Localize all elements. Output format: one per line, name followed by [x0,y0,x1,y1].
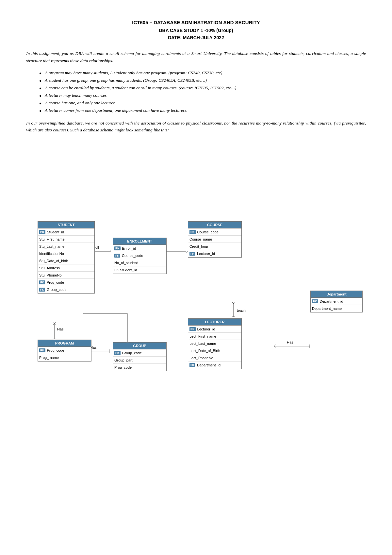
closing-paragraph: In our over-simplified database, we are … [26,120,366,134]
svg-line-28 [274,346,275,348]
student-row-2: Stu_First_name [38,236,94,243]
department-entity: Department PK Department_id Department_n… [310,291,363,312]
svg-line-2 [109,251,111,253]
pk-badge: PK [312,299,318,303]
enrollment-row-3: No_of_student [113,259,166,266]
course-entity: COURSE PK Course_code Course_name Credit… [188,221,242,258]
fk-badge: FK [189,252,195,256]
enrollment-header: ENROLLMENT [113,238,166,245]
student-row-1: PK Student_id [38,228,94,236]
er-diagram: enroll Has Has [26,143,366,372]
fk-badge: FK [39,288,45,292]
fk-badge: FK [39,280,45,284]
document-header: ICT605 – DATABASE ADMINSTRATION AND SECU… [26,20,366,40]
enrollment-entity: ENROLLMENT PK Enroll_id FK Course_code N… [113,238,167,274]
has-label1: Has [57,327,64,331]
svg-line-12 [55,323,56,325]
course-header: COURSE [188,222,241,228]
bullet-item: A course has one, and only one lecturer. [39,99,366,107]
student-row-9: FK Group_code [38,286,94,293]
student-entity: STUDENT PK Student_id Stu_First_name Stu… [38,221,95,294]
group-row-3: Prog_code [113,364,166,371]
lecturer-entity: LECTURER PK Lecturer_id Lect_First_name … [188,318,242,369]
course-row-2: Course_name [188,236,241,243]
pk-badge: PK [39,348,45,352]
lecturer-row-4: Lect_Date_of_Birth [188,347,241,354]
bullet-item: A course can be enrolled by students, a … [39,84,366,92]
course-row-3: Credit_hour [188,243,241,250]
program-header: PROGRAM [38,340,91,347]
program-row-1: PK Prog_code [38,347,91,354]
group-row-2: Group_part [113,357,166,364]
requirements-list: A program may have many students, A stud… [39,69,366,114]
svg-line-24 [234,302,235,304]
department-row-1: PK Department_id [311,298,362,305]
group-row-1: PK Group_code [113,349,166,357]
fk-badge: FK [189,363,195,367]
student-row-4: IdentificationNo [38,250,94,257]
svg-line-10 [55,322,56,323]
lecturer-row-5: Lect_PhoneNo [188,354,241,362]
group-entity: GROUP PK Group_code Group_part Prog_code [113,342,167,371]
bullet-item: A lecturer comes from one department, on… [39,107,366,114]
pk-badge: PK [39,230,45,234]
teach-label: teach [237,309,246,312]
bullet-item: A lecturer may teach many courses [39,92,366,99]
course-row-1: PK Course_code [188,228,241,236]
lecturer-row-3: Lect_Last_name [188,340,241,347]
svg-line-27 [274,345,275,346]
pk-badge: PK [189,327,196,331]
svg-line-23 [232,302,234,304]
course-row-4: FK Lecturer_id [188,250,241,257]
bullet-item: A student has one group, one group has m… [39,77,366,84]
program-entity: PROGRAM PK Prog_code Prog_ name [38,340,91,362]
svg-line-1 [109,250,111,251]
pk-badge: PK [114,246,121,250]
pk-badge: PK [114,351,121,355]
student-row-3: Stu_Last_name [38,243,94,250]
title-line1: ICT605 – DATABASE ADMINSTRATION AND SECU… [26,20,366,25]
title-line2: DBA CASE STUDY 1 -10% (Group) [26,28,366,33]
enrollment-row-2: FK Course_code [113,252,166,259]
intro-paragraph: In this assignment, you as DBA will crea… [26,50,366,64]
has-label3: Has [287,340,293,344]
bullet-item: A program may have many students, A stud… [39,69,366,77]
program-row-2: Prog_ name [38,354,91,361]
enrollment-row-4: FK Student_id [113,266,166,274]
student-row-6: Stu_Address [38,264,94,272]
lecturer-row-6: FK Department_id [188,362,241,369]
department-header: Department [311,291,362,298]
student-header: STUDENT [38,222,94,228]
student-row-8: FK Prog_code [38,279,94,286]
lecturer-header: LECTURER [188,319,241,326]
pk-badge: PK [189,230,196,234]
student-row-5: Stu_Date_of_birth [38,257,94,264]
svg-line-9 [53,322,55,323]
group-header: GROUP [113,343,166,349]
lecturer-row-2: Lect_First_name [188,333,241,340]
lecturer-row-1: PK Lecturer_id [188,326,241,333]
student-row-7: Stu_PhoneNo [38,272,94,279]
enrollment-row-1: PK Enroll_id [113,245,166,252]
title-line3: DATE: MARCH-JULY 2022 [26,35,366,40]
department-row-2: Department_name [311,305,362,312]
svg-line-11 [53,323,55,325]
fk-badge: FK [114,254,120,258]
